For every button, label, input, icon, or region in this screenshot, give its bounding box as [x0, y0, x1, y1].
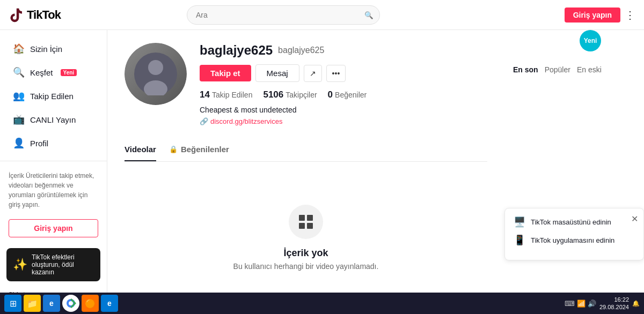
sidebar-label-following: Takip Edilen [30, 92, 74, 101]
sidebar-item-following[interactable]: 👥 Takip Edilen [4, 85, 103, 107]
link-icon: 🔗 [200, 117, 208, 125]
avatar-svg [134, 53, 177, 95]
taskbar-time-display: 16:22 [599, 296, 629, 303]
taskbar-chrome-button[interactable] [62, 295, 79, 312]
mobile-label: TikTok uygulamasını edinin [531, 236, 614, 244]
profile-display-name: baglajye625 [200, 43, 273, 58]
desktop-banner-item-desktop[interactable]: 🖥️ TikTok masaüstünü edinin [514, 216, 635, 228]
volume-icon: 🔊 [588, 300, 596, 308]
taskbar-date-display: 29.08.2024 [599, 303, 629, 311]
yeni-bubble[interactable]: Yeni [580, 30, 601, 51]
empty-grid-icon-container [289, 205, 323, 239]
stats-row: 14 Takip Edilen 5106 Takipçiler 0 Beğeni… [200, 89, 487, 100]
sidebar-item-profile[interactable]: 👤 Profil [4, 132, 103, 154]
sidebar-item-explore[interactable]: 🔍 Keşfet Yeni [4, 61, 103, 84]
svg-rect-6 [307, 223, 313, 229]
empty-title: İçerik yok [283, 248, 328, 259]
likes-label: Beğeniler [335, 91, 367, 99]
taskbar-orange-button[interactable]: 🟠 [82, 295, 99, 312]
search-input[interactable] [187, 5, 380, 25]
desktop-banner-item-mobile[interactable]: 📱 TikTok uygulamasını edinin [514, 234, 635, 246]
following-stat: 14 Takip Edilen [200, 89, 252, 100]
profile-icon: 👤 [13, 137, 25, 149]
avatar-image [125, 43, 187, 105]
taskbar-ie-button[interactable]: e [43, 295, 60, 312]
taskbar-right: ⌨ 📶 🔊 16:22 29.08.2024 🔔 [565, 296, 640, 311]
profile-link[interactable]: 🔗 discord.gg/blitzservices [200, 117, 487, 125]
search-bar: 🔍 [187, 5, 380, 25]
taskbar-folder-button[interactable]: 📁 [24, 295, 41, 312]
login-button[interactable]: Giriş yapın [565, 8, 620, 23]
profile-tabs: Videolar 🔒 Beğenilenler [125, 138, 487, 162]
tab-videos-label: Videolar [125, 145, 156, 154]
home-icon: 🏠 [13, 43, 25, 55]
followers-count: 5106 [263, 89, 283, 100]
explore-icon: 🔍 [13, 66, 25, 78]
effects-banner[interactable]: ✨ TikTok efektleri oluşturun, ödül kazan… [6, 248, 100, 281]
sidebar-label-profile: Profil [30, 139, 48, 148]
following-icon: 👥 [13, 90, 25, 102]
sort-oldest[interactable]: En eski [577, 65, 602, 74]
phone-icon: 📱 [514, 234, 525, 246]
likes-count: 0 [328, 89, 333, 100]
profile-content: baglajye625 baglajye625 Takip et Mesaj ↗… [107, 30, 504, 293]
effects-banner-text: TikTok efektleri oluşturun, ödül kazanın [32, 253, 94, 276]
sidebar-divider [0, 161, 107, 161]
network-icon: 📶 [577, 300, 586, 308]
more-profile-button[interactable]: ••• [326, 65, 346, 82]
link-text: discord.gg/blitzservices [210, 117, 282, 125]
tab-liked-label: Beğenilenler [181, 145, 229, 154]
desktop-download-banner: ✕ 🖥️ TikTok masaüstünü edinin 📱 TikTok u… [504, 208, 644, 260]
sidebar-footer: Şirket Program Koşul ve Politikalar Daha… [0, 287, 107, 293]
monitor-icon: 🖥️ [514, 216, 525, 228]
keyboard-icon: ⌨ [565, 300, 575, 308]
followers-stat: 5106 Takipçiler [263, 89, 317, 100]
sidebar-login-button[interactable]: Giriş yapın [9, 219, 98, 237]
svg-rect-4 [307, 215, 313, 221]
lock-icon: 🔒 [169, 145, 178, 153]
following-label: Takip Edilen [212, 91, 253, 99]
profile-avatar [125, 43, 187, 105]
sidebar-label-for-you: Sizin İçin [30, 44, 62, 54]
right-panel: Yeni En son Popüler En eski ✕ 🖥️ TikTok … [504, 30, 644, 293]
likes-stat: 0 Beğeniler [328, 89, 367, 100]
username-row: baglajye625 baglajye625 [200, 43, 487, 58]
svg-rect-5 [299, 223, 305, 229]
sidebar-nav: 🏠 Sizin İçin 🔍 Keşfet Yeni 👥 Takip Edile… [0, 36, 107, 155]
taskbar-edge-button[interactable]: e [101, 295, 118, 312]
profile-handle: baglajye625 [278, 46, 324, 55]
taskbar-system-icons: ⌨ 📶 🔊 [565, 300, 596, 308]
search-icon-button[interactable]: 🔍 [364, 11, 374, 19]
sort-recent[interactable]: En son [513, 65, 538, 74]
empty-subtitle: Bu kullanıcı herhangi bir video yayınlam… [233, 262, 379, 271]
sidebar-label-live: CANLI Yayın [30, 115, 76, 124]
sidebar-item-live[interactable]: 📺 CANLI Yayın [4, 108, 103, 131]
svg-point-8 [69, 301, 73, 305]
grid-icon [297, 213, 314, 230]
effects-icon: ✨ [13, 258, 27, 272]
taskbar-start-button[interactable]: ⊞ [4, 295, 21, 312]
tab-videos[interactable]: Videolar [125, 138, 156, 161]
login-prompt-text: İçerik Üreticilerini takip etmek, videol… [0, 167, 107, 214]
sidebar-item-for-you[interactable]: 🏠 Sizin İçin [4, 38, 103, 60]
svg-rect-3 [299, 215, 305, 221]
message-button[interactable]: Mesaj [255, 64, 299, 82]
banner-close-button[interactable]: ✕ [631, 214, 638, 224]
taskbar: ⊞ 📁 e 🟠 e ⌨ 📶 🔊 16:22 29.08.2024 🔔 [0, 293, 644, 314]
nav-right: Giriş yapın ⋮ [565, 8, 635, 23]
sort-popular[interactable]: Popüler [545, 65, 570, 74]
tab-liked[interactable]: 🔒 Beğenilenler [169, 138, 229, 161]
notification-icon[interactable]: 🔔 [632, 300, 640, 307]
following-count: 14 [200, 89, 210, 100]
sort-options: En son Popüler En eski [513, 65, 635, 74]
share-button[interactable]: ↗ [304, 65, 322, 82]
tiktok-logo-icon [9, 8, 24, 23]
svg-point-1 [148, 60, 163, 75]
sidebar: 🏠 Sizin İçin 🔍 Keşfet Yeni 👥 Takip Edile… [0, 30, 107, 293]
main-layout: 🏠 Sizin İçin 🔍 Keşfet Yeni 👥 Takip Edile… [0, 30, 644, 293]
desktop-label: TikTok masaüstünü edinin [531, 218, 611, 226]
more-button[interactable]: ⋮ [625, 9, 635, 21]
profile-header: baglajye625 baglajye625 Takip et Mesaj ↗… [125, 43, 487, 125]
new-badge: Yeni [61, 69, 77, 76]
follow-button[interactable]: Takip et [200, 65, 251, 81]
